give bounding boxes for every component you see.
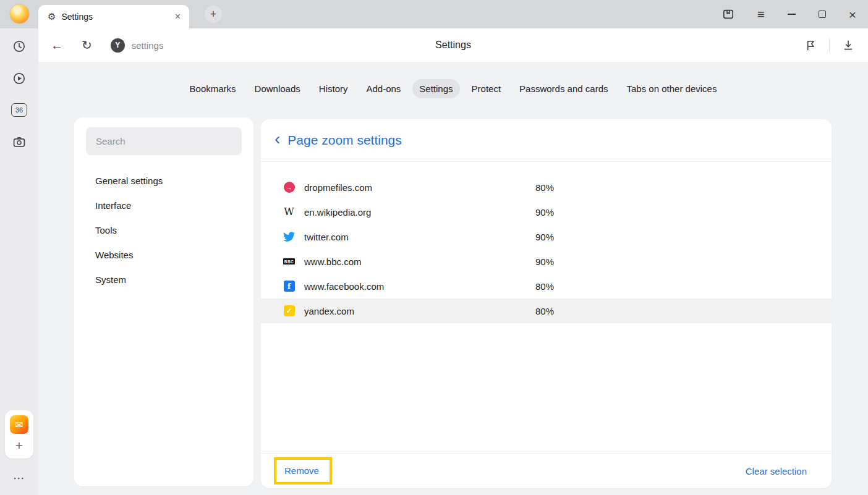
window-controls: ≡ × (722, 0, 868, 28)
site-name: yandex.com (304, 306, 535, 316)
menu-item-tools[interactable]: Tools (74, 218, 253, 242)
yandex-mail-icon[interactable]: ✉ (10, 415, 28, 434)
menu-item-general-settings[interactable]: General settings (74, 168, 253, 193)
facebook-icon: f (283, 281, 295, 292)
highlight-annotation: Remove (274, 457, 332, 484)
twitter-icon (283, 232, 295, 242)
nav-tab-downloads[interactable]: Downloads (248, 79, 307, 98)
page-zoom-panel: ‹ Page zoom settings → dropmefiles.com 8… (261, 119, 832, 488)
zoom-value: 80% (535, 306, 554, 316)
zoom-row-twitter[interactable]: twitter.com 90% (261, 224, 832, 249)
zoom-row-dropmefiles[interactable]: → dropmefiles.com 80% (261, 175, 832, 200)
settings-menu-panel: General settings Interface Tools Website… (74, 117, 253, 486)
remove-button[interactable]: Remove (284, 465, 319, 476)
close-button[interactable]: × (849, 8, 856, 21)
tab-close-icon[interactable]: × (172, 11, 183, 22)
zoom-value: 80% (535, 281, 554, 292)
wikipedia-w-icon: W (284, 207, 294, 217)
history-clock-icon[interactable] (12, 39, 27, 56)
zoom-site-list: → dropmefiles.com 80% W en.wikipedia.org… (261, 162, 832, 453)
dropmefiles-icon: → (283, 182, 295, 193)
maximize-button[interactable] (819, 11, 826, 18)
bbc-icon: BBC (283, 258, 295, 264)
nav-tab-other-devices[interactable]: Tabs on other devices (620, 79, 724, 98)
nav-tab-protect[interactable]: Protect (465, 79, 508, 98)
nav-tab-bookmarks[interactable]: Bookmarks (183, 79, 243, 98)
play-icon[interactable] (12, 71, 27, 88)
arrow-right-icon: → (284, 182, 295, 193)
maximize-icon (819, 11, 826, 18)
zoom-row-yandex[interactable]: ✓ yandex.com 80% (261, 298, 832, 323)
gear-icon: ⚙ (48, 11, 56, 22)
nav-tab-history[interactable]: History (312, 79, 355, 98)
minimize-icon (788, 14, 796, 15)
zoom-header: ‹ Page zoom settings (261, 119, 832, 162)
facebook-f-icon: f (284, 281, 295, 292)
search-input[interactable] (86, 127, 242, 155)
check-icon: ✓ (284, 305, 295, 316)
rail-widget: ✉ + (5, 410, 33, 459)
page-title: Page zoom settings (287, 133, 401, 148)
minimize-button[interactable] (788, 14, 796, 15)
clear-selection-button[interactable]: Clear selection (746, 466, 807, 476)
site-name: www.bbc.com (304, 256, 535, 267)
address-text: settings (132, 40, 164, 51)
site-name: www.facebook.com (304, 281, 535, 292)
zoom-value: 90% (535, 232, 554, 242)
tab-bar: ⚙ Settings × + ≡ × (0, 0, 868, 28)
browser-window: ⚙ Settings × + ≡ × ← ↻ Y settings Settin… (0, 0, 868, 495)
nav-tab-passwords[interactable]: Passwords and cards (513, 79, 615, 98)
settings-menu-list: General settings Interface Tools Website… (74, 168, 253, 292)
nav-tab-settings[interactable]: Settings (412, 79, 459, 98)
yandex-site-icon: Y (111, 38, 125, 53)
zoom-row-bbc[interactable]: BBC www.bbc.com 90% (261, 249, 832, 274)
checkbox-checked-icon[interactable]: ✓ (283, 305, 295, 316)
nav-tab-addons[interactable]: Add-ons (359, 79, 407, 98)
left-rail: 36 ✉ + ⋯ (0, 28, 38, 495)
zoom-row-facebook[interactable]: f www.facebook.com 80% (261, 274, 832, 298)
side-panels-icon[interactable] (722, 8, 734, 20)
browser-toolbar: ← ↻ Y settings Settings (38, 28, 868, 62)
menu-item-websites[interactable]: Websites (74, 242, 253, 267)
address-bar[interactable]: Y settings (111, 38, 164, 53)
screenshot-icon[interactable] (12, 135, 27, 152)
zoom-value: 90% (535, 256, 554, 267)
toolbar-right-group (804, 28, 868, 62)
more-options-icon[interactable]: ⋯ (13, 471, 25, 485)
browser-tab-settings[interactable]: ⚙ Settings × (38, 5, 189, 28)
menu-item-interface[interactable]: Interface (74, 193, 253, 218)
zoom-value: 80% (535, 182, 554, 193)
bbc-letters-icon: BBC (283, 258, 295, 264)
zoom-footer: Remove Clear selection (261, 453, 832, 488)
profile-avatar[interactable] (9, 4, 30, 24)
toolbar-divider (829, 38, 830, 53)
envelope-icon: ✉ (15, 419, 23, 431)
toolbar-left-group: ← ↻ Y settings (38, 28, 163, 62)
new-tab-button[interactable]: + (205, 6, 222, 23)
bookmark-flag-icon[interactable] (804, 39, 817, 52)
zoom-row-wikipedia[interactable]: W en.wikipedia.org 90% (261, 200, 832, 224)
search-box (86, 127, 242, 155)
back-chevron-icon[interactable]: ‹ (274, 129, 280, 149)
site-name: twitter.com (304, 232, 535, 242)
reload-icon[interactable]: ↻ (82, 39, 92, 51)
tab-title: Settings (61, 12, 166, 22)
menu-item-system[interactable]: System (74, 267, 253, 292)
add-service-button[interactable]: + (5, 438, 33, 453)
site-name: en.wikipedia.org (304, 207, 535, 218)
tab-counter-badge[interactable]: 36 (11, 103, 27, 117)
menu-icon[interactable]: ≡ (757, 8, 765, 20)
wikipedia-icon: W (283, 207, 295, 217)
settings-nav: Bookmarks Downloads History Add-ons Sett… (38, 79, 868, 98)
zoom-value: 90% (535, 207, 554, 218)
download-icon[interactable] (842, 39, 854, 51)
back-icon[interactable]: ← (51, 39, 63, 51)
site-name: dropmefiles.com (304, 182, 535, 193)
